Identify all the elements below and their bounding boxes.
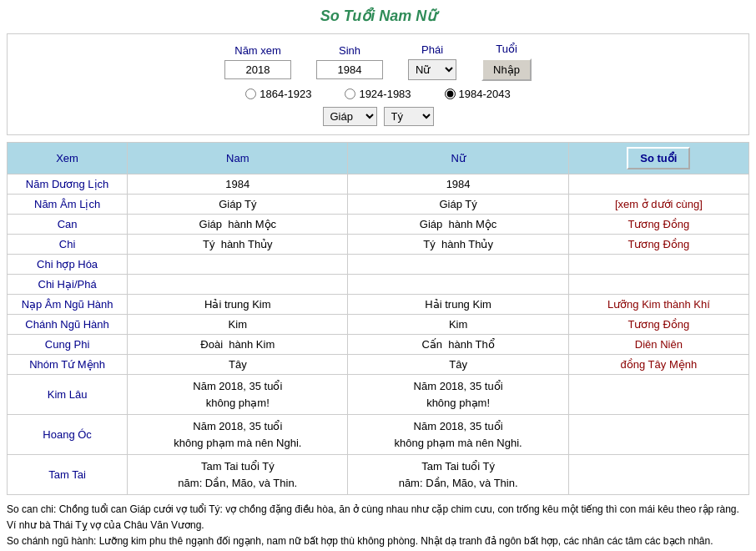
- xem-cell: Chi: [8, 235, 128, 255]
- radio-1864-input[interactable]: [245, 88, 256, 99]
- nam-xem-label: Năm xem: [234, 44, 281, 57]
- xem-cell: Chánh Ngũ Hành: [8, 315, 128, 335]
- table-row: Can Giáp hành Mộc Giáp hành Mộc Tương Đồ…: [8, 215, 749, 235]
- xem-cell: Tam Tai: [8, 455, 128, 495]
- result-cell: Diên Niên: [568, 335, 748, 355]
- nam-cell: Tý hành Thủy: [128, 235, 348, 255]
- nu-cell: Năm 2018, 35 tuổikhông phạm!: [348, 375, 568, 415]
- nam-cell: [128, 275, 348, 295]
- table-row: Kim Lâu Năm 2018, 35 tuổikhông phạm! Năm…: [8, 375, 749, 415]
- note-2: So chánh ngũ hành: Lưỡng kim phu thê ngạ…: [7, 533, 749, 549]
- phai-select[interactable]: Nam Nữ: [408, 59, 456, 80]
- nam-cell: [128, 255, 348, 275]
- table-row: Chánh Ngũ Hành Kim Kim Tương Đồng: [8, 315, 749, 335]
- phai-label: Phái: [421, 43, 443, 56]
- table-row: Chi hợp Hóa: [8, 255, 749, 275]
- nu-cell: Kim: [348, 315, 568, 335]
- result-cell: Lưỡng Kim thành Khí: [568, 295, 748, 315]
- result-cell: [568, 455, 748, 495]
- table-row: Năm Âm Lịch Giáp Tý Giáp Tý [xem ở dưới …: [8, 195, 749, 215]
- nam-cell: Tây: [128, 355, 348, 375]
- nu-cell: Cấn hành Thổ: [348, 335, 568, 355]
- table-row: Tam Tai Tam Tai tuổi Týnăm: Dần, Mão, và…: [8, 455, 749, 495]
- can-select[interactable]: Giáp Ất Bính Đinh Mậu Kỷ Canh Tân Nhâm Q…: [323, 107, 377, 126]
- table-row: Chi Tý hành Thủy Tý hành Thủy Tương Đồng: [8, 235, 749, 255]
- phai-group: Phái Nam Nữ: [408, 43, 456, 80]
- nu-cell: [348, 255, 568, 275]
- form-section: Năm xem Sinh Phái Nam Nữ Tuổi Nhập: [7, 33, 749, 135]
- page-title: So Tuổi Nam Nữ: [7, 7, 749, 25]
- th-sotuoi[interactable]: So tuổi: [568, 143, 748, 174]
- nhap-button[interactable]: Nhập: [481, 58, 532, 81]
- table-row: Năm Dương Lịch 1984 1984: [8, 174, 749, 195]
- nam-cell: Giáp Tý: [128, 195, 348, 215]
- result-cell: đồng Tây Mệnh: [568, 355, 748, 375]
- table-row: Cung Phi Đoài hành Kim Cấn hành Thổ Diên…: [8, 335, 749, 355]
- nu-cell: 1984: [348, 174, 568, 195]
- nu-cell: Giáp Tý: [348, 195, 568, 215]
- chi-select[interactable]: Tý Sửu Dần Mão Thìn Tỵ Ngọ Mùi Thân Dậu …: [384, 107, 434, 126]
- table-row: Hoang Óc Năm 2018, 35 tuổikhông phạm mà …: [8, 415, 749, 455]
- sinh-group: Sinh: [316, 44, 383, 79]
- radio-1864[interactable]: 1864-1923: [245, 88, 311, 100]
- nu-cell: Giáp hành Mộc: [348, 215, 568, 235]
- table-row: Nạp Âm Ngũ Hành Hải trung Kim Hải trung …: [8, 295, 749, 315]
- sinh-label: Sinh: [339, 44, 360, 57]
- radio-1864-label: 1864-1923: [260, 88, 311, 100]
- xem-cell: Năm Âm Lịch: [8, 195, 128, 215]
- xem-cell: Can: [8, 215, 128, 235]
- result-cell: [568, 174, 748, 195]
- result-cell: Tương Đồng: [568, 235, 748, 255]
- nu-cell: [348, 275, 568, 295]
- radio-1924-input[interactable]: [345, 88, 355, 99]
- result-cell: [568, 415, 748, 455]
- page-container: So Tuổi Nam Nữ Năm xem Sinh Phái Nam Nữ …: [0, 0, 756, 551]
- xem-cell: Nạp Âm Ngũ Hành: [8, 295, 128, 315]
- nu-cell: Tây: [348, 355, 568, 375]
- nam-cell: Năm 2018, 35 tuổikhông phạm!: [128, 375, 348, 415]
- main-table: Xem Nam Nữ So tuổi Năm Dương Lịch 1984 1…: [7, 142, 749, 495]
- xem-cell: Hoang Óc: [8, 415, 128, 455]
- form-row-1: Năm xem Sinh Phái Nam Nữ Tuổi Nhập: [16, 43, 740, 81]
- th-nu: Nữ: [348, 143, 568, 174]
- nam-cell: Giáp hành Mộc: [128, 215, 348, 235]
- table-row: Chi Hại/Phá: [8, 275, 749, 295]
- result-cell: [xem ở dưới cùng]: [568, 195, 748, 215]
- radio-1984-label: 1984-2043: [459, 88, 511, 100]
- nu-cell: Tam Tai tuổi Týnăm: Dần, Mão, và Thin.: [348, 455, 568, 495]
- note-1: So can chi: Chồng tuổi can Giáp cưới vợ …: [7, 502, 749, 533]
- xem-cell: Nhóm Tứ Mệnh: [8, 355, 128, 375]
- radio-1984[interactable]: 1984-2043: [445, 88, 511, 100]
- radio-1984-input[interactable]: [445, 88, 456, 99]
- nam-cell: Đoài hành Kim: [128, 335, 348, 355]
- nam-xem-input[interactable]: [224, 60, 291, 79]
- xem-cell: Cung Phi: [8, 335, 128, 355]
- nam-cell: Tam Tai tuổi Týnăm: Dần, Mão, và Thin.: [128, 455, 348, 495]
- nu-cell: Tý hành Thủy: [348, 235, 568, 255]
- result-cell: Tương Đồng: [568, 215, 748, 235]
- nu-cell: Năm 2018, 35 tuổikhông phạm mà nên Nghi.: [348, 415, 568, 455]
- nam-cell: 1984: [128, 174, 348, 195]
- nam-cell: Kim: [128, 315, 348, 335]
- tuoi-label: Tuổi: [496, 43, 517, 55]
- result-cell: [568, 255, 748, 275]
- xem-cell: Kim Lâu: [8, 375, 128, 415]
- nam-cell: Năm 2018, 35 tuổikhông phạm mà nên Nghi.: [128, 415, 348, 455]
- sinh-input[interactable]: [316, 60, 383, 79]
- radio-1924[interactable]: 1924-1983: [345, 88, 411, 100]
- sotuoi-button[interactable]: So tuổi: [627, 147, 690, 169]
- table-row: Nhóm Tứ Mệnh Tây Tây đồng Tây Mệnh: [8, 355, 749, 375]
- th-xem: Xem: [8, 143, 128, 174]
- result-cell: [568, 375, 748, 415]
- nam-cell: Hải trung Kim: [128, 295, 348, 315]
- xem-cell: Chi hợp Hóa: [8, 255, 128, 275]
- radio-row: 1864-1923 1924-1983 1984-2043: [16, 88, 740, 100]
- xem-cell: Năm Dương Lịch: [8, 174, 128, 195]
- th-nam: Nam: [128, 143, 348, 174]
- nam-xem-group: Năm xem: [224, 44, 291, 79]
- tuoi-group: Tuổi Nhập: [481, 43, 532, 81]
- result-cell: Tương Đồng: [568, 315, 748, 335]
- xem-cell: Chi Hại/Phá: [8, 275, 128, 295]
- nu-cell: Hải trung Kim: [348, 295, 568, 315]
- select-row: Giáp Ất Bính Đinh Mậu Kỷ Canh Tân Nhâm Q…: [16, 107, 740, 126]
